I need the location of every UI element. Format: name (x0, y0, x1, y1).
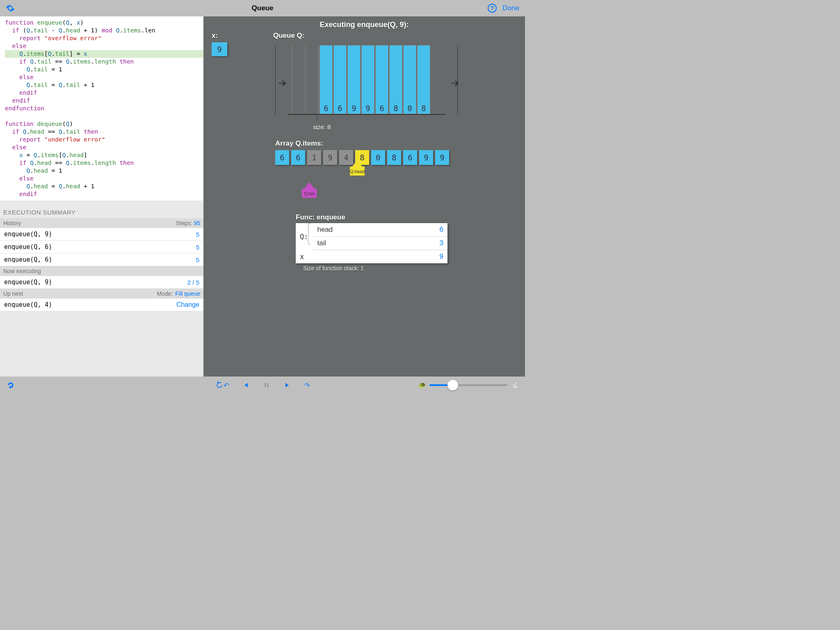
stack-size: Size of function stack: 1 (303, 265, 447, 272)
rabbit-icon: 🐇 (511, 381, 518, 389)
restart-icon[interactable] (7, 381, 15, 389)
help-icon[interactable]: ? (488, 4, 497, 13)
queue-col: 0 (403, 45, 416, 114)
queue-col: 8 (417, 45, 430, 114)
prev-icon[interactable] (243, 381, 249, 389)
array-cell: 9 (323, 150, 337, 165)
change-button[interactable]: Change (176, 301, 199, 308)
queue-col: 6 (320, 45, 333, 114)
turtle-icon: 🐢 (418, 381, 426, 389)
speed-slider[interactable] (429, 384, 507, 386)
func-panel: Func: enqueue Q: head6 tail3 x9 Size of … (296, 213, 447, 272)
pause-icon (263, 381, 270, 389)
arrow-right-icon (450, 78, 460, 89)
array-cell: 9 (419, 150, 433, 165)
done-button[interactable]: Done (502, 4, 519, 12)
array-cell: 0 (371, 150, 385, 165)
upnext-header: Up next Mode: Fill queue (0, 289, 203, 299)
array-cell: 6 (403, 150, 417, 165)
exec-title: Executing enqueue(Q, 9): (212, 21, 517, 29)
now-executing-header: Now executing (0, 266, 203, 276)
visualization-panel: Executing enqueue(Q, 9): x: Queue Q: 9 6… (203, 16, 525, 377)
queue-col: 8 (389, 45, 402, 114)
queue-col: 9 (347, 45, 361, 114)
svg-rect-0 (265, 383, 266, 388)
history-header: History Steps: 95 (0, 218, 203, 228)
x-label: x: (212, 32, 273, 40)
history-row: enqueue(Q, 6)5 (0, 253, 203, 266)
qhead-pointer: Q.head (347, 160, 367, 176)
now-row: enqueue(Q, 9)2 / 5 (0, 276, 203, 289)
array-cell: 8 (387, 150, 401, 165)
exec-summary-heading: EXECUTION SUMMARY (0, 201, 203, 218)
qtail-pointer: Q.tail (299, 182, 319, 198)
topbar: Queue ? Done (0, 0, 525, 16)
gear-icon[interactable] (6, 4, 15, 13)
step-forward-icon[interactable]: ↷ (304, 381, 310, 389)
arrow-right-icon (277, 78, 288, 89)
left-panel: function enqueue(Q, x) if (Q.tail - Q.he… (0, 16, 203, 377)
array-cell: 1 (307, 150, 321, 165)
array-cell: 9 (435, 150, 449, 165)
queue-col: 6 (375, 45, 388, 114)
array-label: Array Q.items: (275, 139, 449, 148)
mode-button[interactable]: Fill queue (175, 290, 200, 297)
queue-col: 9 (361, 45, 374, 114)
code-view: function enqueue(Q, x) if (Q.tail - Q.he… (0, 16, 203, 201)
bottombar: ↶ ↷ 🐢 🐇 (0, 377, 525, 394)
history-row: enqueue(Q, 6)5 (0, 241, 203, 253)
upnext-row: enqueue(Q, 4) Change (0, 299, 203, 311)
queue-size: size: 8 (313, 123, 331, 130)
array-section: Array Q.items: 66194808699 Q.head Q.tail (275, 139, 449, 165)
queue-col: 6 (333, 45, 347, 114)
step-back-icon[interactable]: ↶ (215, 381, 229, 389)
svg-rect-1 (267, 383, 268, 388)
play-icon[interactable] (284, 381, 290, 389)
size-arrow-icon: ↑ (315, 115, 319, 122)
x-value-box: 9 (212, 42, 227, 56)
queue-visualization: 66996808 ↑ size: 8 (275, 37, 458, 134)
array-cell: 6 (275, 150, 289, 165)
array-cell: 6 (291, 150, 305, 165)
page-title: Queue (0, 4, 525, 12)
history-row: enqueue(Q, 9)5 (0, 228, 203, 241)
